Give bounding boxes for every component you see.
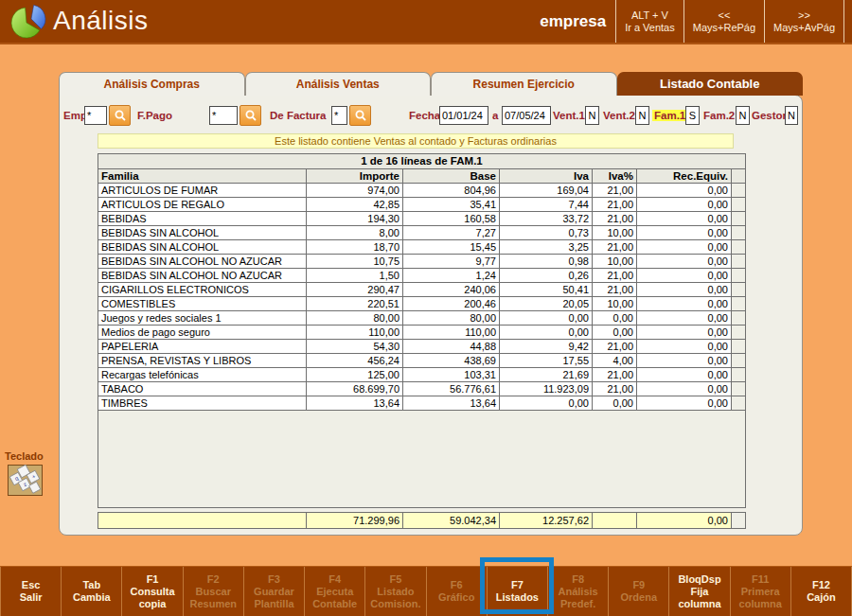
fkey-esc-salir[interactable]: EscSalir xyxy=(0,567,62,616)
table-cell: 10,00 xyxy=(593,255,637,268)
table-cell: 169,04 xyxy=(500,184,593,197)
table-cell: 18,70 xyxy=(307,240,403,254)
table-cell: 17,55 xyxy=(500,354,593,367)
page-title: Análisis xyxy=(53,6,148,36)
fkey-line: Tab xyxy=(62,579,121,591)
table-cell: 0,00 xyxy=(637,326,732,339)
column-header[interactable]: Iva% xyxy=(593,169,637,183)
table-cell: 15,45 xyxy=(403,240,500,254)
table-row[interactable]: Juegos y redes sociales 180,0080,000,000… xyxy=(98,311,745,326)
column-header[interactable]: Importe xyxy=(307,169,403,183)
row-filler xyxy=(732,382,745,396)
table-cell: 0,26 xyxy=(500,269,593,282)
table-row[interactable]: COMESTIBLES220,51200,4620,0510,000,00 xyxy=(98,297,745,311)
table-header-row: FamiliaImporteBaseIvaIva%Rec.Equiv. xyxy=(98,169,745,184)
table-row[interactable]: BEBIDAS194,30160,5833,7221,000,00 xyxy=(98,212,745,226)
table-cell: 0,00 xyxy=(593,311,637,325)
keyboard-icon[interactable]: q z + xyxy=(8,465,43,496)
tab-an-lisis-ventas[interactable]: Análisis Ventas xyxy=(245,72,432,96)
table-cell: 0,00 xyxy=(500,311,593,325)
emp-input[interactable] xyxy=(84,106,107,125)
row-filler xyxy=(732,396,745,410)
header-shortcut-0[interactable]: ALT + VIr a Ventas xyxy=(615,0,683,43)
fkey-f7-listados[interactable]: F7Listados xyxy=(488,567,548,616)
total-cell: 59.042,34 xyxy=(403,513,500,528)
fkey-tab-cambia[interactable]: TabCambia xyxy=(62,567,122,616)
table-cell: BEBIDAS SIN ALCOHOL xyxy=(98,240,307,254)
table-cell: 3,25 xyxy=(500,240,593,254)
fkey-line: Consulta xyxy=(122,586,182,598)
table-row[interactable]: Recargas telefónicas125,00103,3121,6921,… xyxy=(98,368,745,382)
header-shortcut-2[interactable]: >>Mays+AvPág xyxy=(764,0,844,43)
table-row[interactable]: ARTICULOS DE REGALO42,8535,417,4421,000,… xyxy=(98,198,745,212)
fkey-line: F1 xyxy=(122,573,182,586)
table-cell: 0,00 xyxy=(637,340,732,353)
table-row[interactable]: BEBIDAS SIN ALCOHOL8,007,270,7310,000,00 xyxy=(98,226,745,240)
vent1-input[interactable] xyxy=(585,106,599,125)
header-shortcut-1[interactable]: <<Mays+RePág xyxy=(683,0,764,43)
table-cell: 200,46 xyxy=(403,297,500,310)
defactura-input[interactable] xyxy=(331,106,347,125)
table-cell: 1,50 xyxy=(307,269,403,282)
shortcut-key-label: << xyxy=(693,9,755,22)
fam1-input[interactable] xyxy=(685,106,700,125)
fkey-line: Contable xyxy=(305,598,364,610)
table-cell: COMESTIBLES xyxy=(98,297,307,310)
tab-an-lisis-compras[interactable]: Análisis Compras xyxy=(59,72,245,96)
fkey-f6-gr-fico: F6Gráfico xyxy=(427,567,488,616)
tab-bar: Análisis ComprasAnálisis VentasResumen E… xyxy=(59,72,803,96)
totals-filler xyxy=(732,513,745,528)
tab-resumen-ejercicio[interactable]: Resumen Ejercicio xyxy=(431,72,617,96)
fkey-line: Guardar xyxy=(244,586,304,598)
gestor-input[interactable] xyxy=(785,106,798,125)
fecha-to-input[interactable] xyxy=(502,106,551,125)
table-row[interactable]: BEBIDAS SIN ALCOHOL18,7015,453,2521,000,… xyxy=(98,240,745,255)
table-row[interactable]: TIMBRES13,6413,640,000,000,00 xyxy=(98,396,745,411)
tab-listado-contable[interactable]: Listado Contable xyxy=(617,72,804,96)
table-row[interactable]: BEBIDAS SIN ALCOHOL NO AZUCAR10,759,770,… xyxy=(98,255,745,269)
table-row[interactable]: TABACO68.699,7056.776,6111.923,0921,000,… xyxy=(98,382,745,396)
table-cell: 0,00 xyxy=(637,283,732,296)
fkey-line: Ejecuta xyxy=(305,586,364,598)
table-cell: 0,00 xyxy=(593,396,637,410)
fkey-bloqdsp-fija-columna[interactable]: BloqDspFijacolumna xyxy=(669,567,730,616)
fkey-line: Análisis xyxy=(548,586,608,598)
table-row[interactable]: PRENSA, REVISTAS Y LIBROS456,24438,6917,… xyxy=(98,354,745,368)
table-row[interactable]: Medios de pago seguro110,00110,000,000,0… xyxy=(98,326,745,340)
table-cell: 110,00 xyxy=(307,326,403,339)
defactura-search-button[interactable] xyxy=(349,105,371,126)
table-cell: 0,00 xyxy=(500,396,593,410)
table-cell: 0,00 xyxy=(637,212,732,225)
totals-row: 71.299,9659.042,3412.257,620,00 xyxy=(98,512,746,529)
table-cell: 80,00 xyxy=(307,311,403,325)
column-header[interactable]: Iva xyxy=(500,169,593,183)
fkey-f9-ordena: F9Ordena xyxy=(609,567,669,616)
table-row[interactable]: BEBIDAS SIN ALCOHOL NO AZUCAR1,501,240,2… xyxy=(98,269,745,283)
table-cell: 103,31 xyxy=(403,368,500,381)
table-cell: 240,06 xyxy=(403,283,500,296)
fkey-line: Comision. xyxy=(365,598,425,610)
table-row[interactable]: PAPELERIA54,3044,889,4221,000,00 xyxy=(98,340,745,354)
column-header[interactable]: Familia xyxy=(98,169,307,183)
fam2-input[interactable] xyxy=(736,106,750,125)
table-cell: 21,00 xyxy=(593,184,637,197)
table-cell: 13,64 xyxy=(307,396,403,410)
table-cell: 50,41 xyxy=(500,283,593,296)
table-cell: 21,00 xyxy=(593,283,637,296)
fpago-search-button[interactable] xyxy=(240,105,261,126)
table-row[interactable]: CIGARILLOS ELECTRONICOS290,47240,0650,41… xyxy=(98,283,745,297)
column-header[interactable]: Base xyxy=(403,169,500,183)
emp-search-button[interactable] xyxy=(109,105,131,126)
fkey-f1-consulta-copia[interactable]: F1Consultacopia xyxy=(122,567,183,616)
table-cell: 0,00 xyxy=(637,368,732,381)
table-cell: 0,00 xyxy=(637,297,732,310)
fpago-input[interactable] xyxy=(209,106,238,125)
column-header[interactable]: Rec.Equiv. xyxy=(637,169,732,183)
fkey-f12-caj-n[interactable]: F12Cajón xyxy=(791,567,852,616)
fecha-from-input[interactable] xyxy=(439,106,488,125)
fkey-line: Cajón xyxy=(791,591,851,604)
search-icon xyxy=(114,109,127,122)
row-filler xyxy=(732,297,745,310)
table-row[interactable]: ARTICULOS DE FUMAR974,00804,96169,0421,0… xyxy=(98,184,745,198)
vent2-input[interactable] xyxy=(635,106,649,125)
